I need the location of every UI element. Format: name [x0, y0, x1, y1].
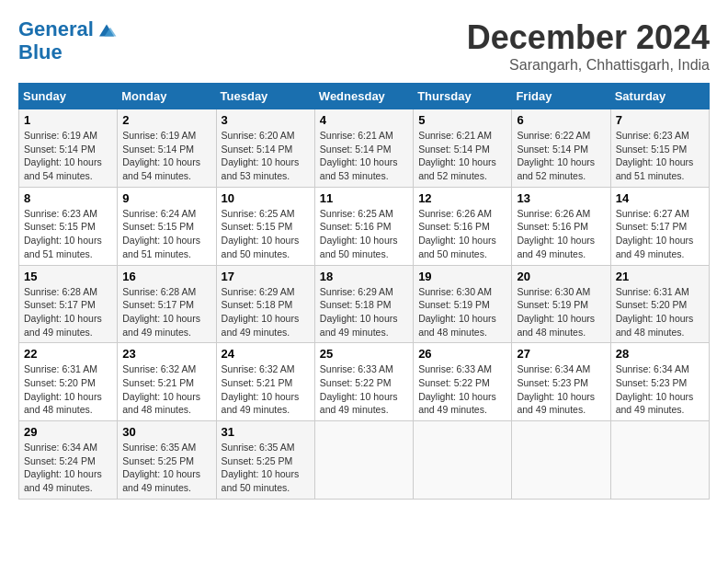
calendar-cell: 4 Sunrise: 6:21 AMSunset: 5:14 PMDayligh…: [314, 109, 413, 188]
day-number: 27: [517, 347, 605, 361]
day-number: 18: [320, 270, 408, 283]
calendar-cell: 30 Sunrise: 6:35 AMSunset: 5:25 PMDaylig…: [118, 421, 216, 500]
day-number: 21: [616, 270, 704, 283]
day-info: Sunrise: 6:22 AMSunset: 5:14 PMDaylight:…: [517, 130, 595, 181]
calendar-cell: 15 Sunrise: 6:28 AMSunset: 5:17 PMDaylig…: [19, 265, 118, 343]
day-number: 24: [222, 347, 310, 361]
day-info: Sunrise: 6:28 AMSunset: 5:17 PMDaylight:…: [122, 286, 200, 338]
subtitle: Sarangarh, Chhattisgarh, India: [467, 57, 710, 74]
day-info: Sunrise: 6:20 AMSunset: 5:14 PMDaylight:…: [222, 130, 300, 181]
day-number: 31: [222, 425, 310, 439]
day-info: Sunrise: 6:30 AMSunset: 5:19 PMDaylight:…: [517, 286, 595, 338]
calendar-cell: 9 Sunrise: 6:24 AMSunset: 5:15 PMDayligh…: [118, 187, 216, 265]
day-info: Sunrise: 6:32 AMSunset: 5:21 PMDaylight:…: [122, 363, 200, 415]
day-number: 14: [616, 191, 704, 205]
day-info: Sunrise: 6:27 AMSunset: 5:17 PMDaylight:…: [616, 208, 694, 259]
calendar-cell: 5 Sunrise: 6:21 AMSunset: 5:14 PMDayligh…: [414, 109, 512, 188]
calendar-cell: 3 Sunrise: 6:20 AMSunset: 5:14 PMDayligh…: [216, 109, 314, 188]
col-saturday: Saturday: [610, 84, 709, 109]
calendar-cell: 12 Sunrise: 6:26 AMSunset: 5:16 PMDaylig…: [414, 187, 512, 265]
calendar-cell: 8 Sunrise: 6:23 AMSunset: 5:15 PMDayligh…: [19, 187, 118, 265]
day-number: 9: [122, 191, 210, 205]
calendar-cell: 24 Sunrise: 6:32 AMSunset: 5:21 PMDaylig…: [216, 343, 314, 421]
calendar-week-3: 15 Sunrise: 6:28 AMSunset: 5:17 PMDaylig…: [19, 265, 710, 343]
day-number: 19: [418, 270, 506, 283]
calendar-cell: 17 Sunrise: 6:29 AMSunset: 5:18 PMDaylig…: [216, 265, 314, 343]
calendar-cell: 19 Sunrise: 6:30 AMSunset: 5:19 PMDaylig…: [414, 265, 512, 343]
day-info: Sunrise: 6:34 AMSunset: 5:23 PMDaylight:…: [517, 363, 595, 415]
calendar-cell: [610, 421, 709, 500]
day-info: Sunrise: 6:26 AMSunset: 5:16 PMDaylight:…: [418, 208, 496, 259]
day-number: 1: [24, 113, 112, 127]
calendar-week-5: 29 Sunrise: 6:34 AMSunset: 5:24 PMDaylig…: [19, 421, 710, 500]
calendar-cell: 31 Sunrise: 6:35 AMSunset: 5:25 PMDaylig…: [216, 421, 314, 500]
day-number: 11: [320, 191, 408, 205]
day-number: 22: [24, 347, 112, 361]
day-info: Sunrise: 6:25 AMSunset: 5:16 PMDaylight:…: [320, 208, 398, 259]
day-number: 20: [517, 270, 605, 283]
col-thursday: Thursday: [414, 84, 512, 109]
day-info: Sunrise: 6:31 AMSunset: 5:20 PMDaylight:…: [616, 286, 694, 338]
day-info: Sunrise: 6:28 AMSunset: 5:17 PMDaylight:…: [24, 286, 102, 338]
day-number: 25: [320, 347, 408, 361]
calendar-cell: 6 Sunrise: 6:22 AMSunset: 5:14 PMDayligh…: [512, 109, 610, 188]
calendar-cell: 16 Sunrise: 6:28 AMSunset: 5:17 PMDaylig…: [118, 265, 216, 343]
day-number: 26: [418, 347, 506, 361]
calendar-cell: 28 Sunrise: 6:34 AMSunset: 5:23 PMDaylig…: [610, 343, 709, 421]
calendar-cell: 25 Sunrise: 6:33 AMSunset: 5:22 PMDaylig…: [314, 343, 413, 421]
logo-text: General Blue: [18, 18, 118, 63]
calendar-cell: 21 Sunrise: 6:31 AMSunset: 5:20 PMDaylig…: [610, 265, 709, 343]
calendar-cell: [512, 421, 610, 500]
day-info: Sunrise: 6:23 AMSunset: 5:15 PMDaylight:…: [616, 130, 694, 181]
calendar-cell: 14 Sunrise: 6:27 AMSunset: 5:17 PMDaylig…: [610, 187, 709, 265]
calendar-cell: 11 Sunrise: 6:25 AMSunset: 5:16 PMDaylig…: [314, 187, 413, 265]
day-number: 16: [122, 270, 210, 283]
col-monday: Monday: [118, 84, 216, 109]
calendar-cell: 26 Sunrise: 6:33 AMSunset: 5:22 PMDaylig…: [414, 343, 512, 421]
calendar-cell: 20 Sunrise: 6:30 AMSunset: 5:19 PMDaylig…: [512, 265, 610, 343]
col-friday: Friday: [512, 84, 610, 109]
calendar-cell: [314, 421, 413, 500]
col-sunday: Sunday: [19, 84, 118, 109]
day-number: 17: [222, 270, 310, 283]
calendar-cell: [414, 421, 512, 500]
day-number: 13: [517, 191, 605, 205]
day-info: Sunrise: 6:26 AMSunset: 5:16 PMDaylight:…: [517, 208, 595, 259]
day-info: Sunrise: 6:25 AMSunset: 5:15 PMDaylight:…: [222, 208, 300, 259]
day-info: Sunrise: 6:19 AMSunset: 5:14 PMDaylight:…: [122, 130, 200, 181]
day-info: Sunrise: 6:33 AMSunset: 5:22 PMDaylight:…: [418, 363, 496, 415]
calendar-cell: 13 Sunrise: 6:26 AMSunset: 5:16 PMDaylig…: [512, 187, 610, 265]
calendar-cell: 1 Sunrise: 6:19 AMSunset: 5:14 PMDayligh…: [19, 109, 118, 188]
calendar-cell: 23 Sunrise: 6:32 AMSunset: 5:21 PMDaylig…: [118, 343, 216, 421]
day-number: 8: [24, 191, 112, 205]
calendar-cell: 18 Sunrise: 6:29 AMSunset: 5:18 PMDaylig…: [314, 265, 413, 343]
day-info: Sunrise: 6:34 AMSunset: 5:23 PMDaylight:…: [616, 363, 694, 415]
day-info: Sunrise: 6:21 AMSunset: 5:14 PMDaylight:…: [320, 130, 398, 181]
main-title: December 2024: [467, 18, 710, 57]
day-info: Sunrise: 6:29 AMSunset: 5:18 PMDaylight:…: [222, 286, 300, 338]
calendar-week-2: 8 Sunrise: 6:23 AMSunset: 5:15 PMDayligh…: [19, 187, 710, 265]
calendar-cell: 7 Sunrise: 6:23 AMSunset: 5:15 PMDayligh…: [610, 109, 709, 188]
day-info: Sunrise: 6:29 AMSunset: 5:18 PMDaylight:…: [320, 286, 398, 338]
day-info: Sunrise: 6:21 AMSunset: 5:14 PMDaylight:…: [418, 130, 496, 181]
header-row: Sunday Monday Tuesday Wednesday Thursday…: [19, 84, 710, 109]
day-number: 2: [122, 113, 210, 127]
calendar-cell: 2 Sunrise: 6:19 AMSunset: 5:14 PMDayligh…: [118, 109, 216, 188]
header: General Blue December 2024 Sarangarh, Ch…: [18, 18, 710, 74]
day-info: Sunrise: 6:23 AMSunset: 5:15 PMDaylight:…: [24, 208, 102, 259]
day-info: Sunrise: 6:35 AMSunset: 5:25 PMDaylight:…: [122, 442, 200, 493]
day-number: 6: [517, 113, 605, 127]
calendar-cell: 10 Sunrise: 6:25 AMSunset: 5:15 PMDaylig…: [216, 187, 314, 265]
day-number: 15: [24, 270, 112, 283]
day-number: 23: [122, 347, 210, 361]
day-info: Sunrise: 6:34 AMSunset: 5:24 PMDaylight:…: [24, 442, 102, 493]
day-info: Sunrise: 6:31 AMSunset: 5:20 PMDaylight:…: [24, 363, 102, 415]
day-number: 28: [616, 347, 704, 361]
day-number: 5: [418, 113, 506, 127]
day-number: 10: [222, 191, 310, 205]
logo: General Blue: [18, 18, 118, 63]
col-tuesday: Tuesday: [216, 84, 314, 109]
day-info: Sunrise: 6:30 AMSunset: 5:19 PMDaylight:…: [418, 286, 496, 338]
day-number: 30: [122, 425, 210, 439]
day-info: Sunrise: 6:32 AMSunset: 5:21 PMDaylight:…: [222, 363, 300, 415]
